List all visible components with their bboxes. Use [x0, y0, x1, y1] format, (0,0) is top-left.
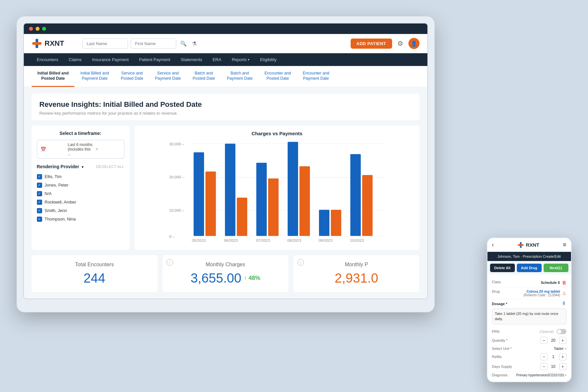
tab-encounter-posted[interactable]: Encounter andPosted Date: [259, 66, 297, 87]
provider-checkbox-ellis[interactable]: [37, 174, 42, 179]
laptop-screen: RXNT 🔍 ⚗ ADD PATIENT ⚙ 👤 Encounters Clai…: [23, 23, 428, 299]
dot-yellow[interactable]: [36, 27, 40, 31]
dosage-text[interactable]: Take 1 tablet (20 mg) by oral route once…: [492, 308, 566, 324]
tab-initial-billed-payment[interactable]: Initial Billed andPayment Date: [74, 66, 115, 87]
days-supply-value: 10: [550, 364, 557, 369]
svg-rect-17: [518, 244, 524, 246]
stat-label: Total Encounters: [40, 262, 150, 268]
phone-overlay: ‹ RXNT ≡ Johnson, Tom - Prescription Cre…: [487, 237, 572, 382]
phone-delete-all-button[interactable]: Delete All: [490, 264, 515, 272]
info-icon[interactable]: i: [167, 259, 173, 266]
nav-item-encounters[interactable]: Encounters: [32, 53, 64, 66]
tab-batch-payment[interactable]: Batch andPayment Date: [221, 66, 259, 87]
nav-item-statements[interactable]: Statements: [175, 53, 207, 66]
refills-minus-button[interactable]: −: [540, 353, 548, 360]
bar-blue: [225, 143, 235, 236]
provider-name: Thompson, Nina: [45, 217, 76, 221]
nav-item-claims[interactable]: Claims: [63, 53, 87, 66]
diagnosis-select[interactable]: Primary hypertension(ICD10:I10) ▾: [516, 373, 566, 377]
nav-item-insurance-payment[interactable]: Insurance Payment: [87, 53, 134, 66]
delete-class-icon[interactable]: 🗑: [562, 280, 566, 285]
dot-green[interactable]: [42, 27, 46, 31]
gear-icon[interactable]: ⚙: [397, 40, 403, 47]
dot-red[interactable]: [29, 27, 33, 31]
nav-item-reports[interactable]: Reports ▾: [227, 53, 255, 66]
provider-checkbox-jones[interactable]: [37, 183, 42, 188]
dosage-section: Dosage * 🎙 Take 1 tablet (20 mg) by oral…: [492, 299, 566, 328]
tab-batch-posted[interactable]: Batch andPosted Date: [187, 66, 221, 87]
phone-menu-button[interactable]: ≡: [563, 241, 566, 248]
dosage-label: Dosage *: [492, 301, 507, 306]
bar-orange: [331, 210, 341, 236]
provider-chevron-icon[interactable]: ▾: [82, 165, 84, 169]
select-unit-label: Select Unit *: [492, 347, 512, 351]
phone-logo-icon: [517, 242, 524, 248]
logo: RXNT: [32, 38, 64, 49]
quantity-minus-button[interactable]: −: [540, 337, 548, 344]
svg-text:05/2023: 05/2023: [192, 238, 205, 242]
quantity-row: Quantity * − 20 +: [492, 335, 566, 345]
logo-text: RXNT: [45, 39, 64, 48]
quantity-plus-button[interactable]: +: [559, 337, 566, 344]
warning-icon[interactable]: ⚠: [562, 291, 566, 296]
bar-chart: 30,000 – 20,000 – 10,000 – 0 –: [140, 140, 414, 245]
page-title: Revenue Insights: Initial Billed and Pos…: [40, 100, 412, 109]
search-first-name[interactable]: [131, 39, 176, 49]
page-header: Revenue Insights: Initial Billed and Pos…: [32, 94, 420, 120]
bar-blue: [256, 163, 267, 236]
nav-item-eligibility[interactable]: Eligibility: [255, 53, 282, 66]
phone-add-drug-button[interactable]: Add Drug: [517, 264, 542, 272]
chart-area: 30,000 – 20,000 – 10,000 – 0 –: [140, 140, 414, 245]
laptop: RXNT 🔍 ⚗ ADD PATIENT ⚙ 👤 Encounters Clai…: [17, 16, 435, 312]
scene: RXNT 🔍 ⚗ ADD PATIENT ⚙ 👤 Encounters Clai…: [17, 16, 572, 376]
info-icon[interactable]: i: [297, 259, 304, 266]
provider-checkbox-na[interactable]: [37, 191, 42, 196]
phone-next-button[interactable]: Next(1): [544, 264, 568, 272]
provider-checkbox-smith[interactable]: [37, 208, 42, 213]
phone-back-button[interactable]: ‹: [492, 241, 494, 248]
svg-text:10/2023: 10/2023: [350, 238, 364, 242]
user-avatar[interactable]: 👤: [408, 38, 420, 49]
days-supply-plus-button[interactable]: +: [559, 363, 566, 370]
unit-select[interactable]: Tablet ▾: [554, 347, 566, 351]
phone-drug-value: Celexa 20 mg tablet: [524, 289, 560, 293]
nav-item-era[interactable]: ERA: [207, 53, 227, 66]
tab-service-posted[interactable]: Service andPosted Date: [115, 66, 149, 87]
bar-orange: [268, 178, 278, 236]
tab-service-payment[interactable]: Service andPayment Date: [149, 66, 187, 87]
search-area: 🔍 ⚗: [82, 39, 345, 49]
days-supply-minus-button[interactable]: −: [540, 363, 548, 370]
content-area: Revenue Insights: Initial Billed and Pos…: [24, 87, 427, 299]
timeframe-clear-icon[interactable]: ✕: [95, 147, 121, 152]
days-supply-controls: − 10 +: [540, 363, 566, 370]
search-last-name[interactable]: [82, 39, 128, 49]
diagnosis-label: Diagnosis: [492, 373, 508, 377]
chevron-down-icon: ▾: [565, 347, 566, 351]
refills-plus-button[interactable]: +: [559, 353, 566, 360]
filter-button[interactable]: ⚗: [191, 39, 198, 48]
prn-toggle[interactable]: [557, 329, 566, 334]
main-nav: Encounters Claims Insurance Payment Pati…: [24, 53, 427, 66]
list-item: Ellis, Tim: [37, 172, 124, 181]
timeframe-select[interactable]: 📅 Last 6 months (includes this ... ✕: [37, 140, 124, 159]
nav-item-patient-payment[interactable]: Patient Payment: [134, 53, 175, 66]
quantity-controls: − 20 +: [540, 337, 566, 344]
chart-title: Charges vs Payments: [140, 131, 414, 136]
phone-patient-label: Johnson, Tom - Prescription Create/Edit: [487, 252, 571, 261]
deselect-all-button[interactable]: DESELECT ALL: [96, 165, 124, 169]
add-patient-button[interactable]: ADD PATIENT: [351, 39, 392, 49]
tab-encounter-payment[interactable]: Encounter andPayment Date: [297, 66, 335, 87]
mic-icon[interactable]: 🎙: [562, 301, 566, 306]
bar-orange: [299, 166, 310, 236]
tab-initial-billed-posted[interactable]: Initial Billed andPosted Date: [32, 66, 75, 87]
provider-checkbox-thompson[interactable]: [37, 217, 42, 222]
bar-blue: [288, 142, 298, 236]
quantity-value: 20: [550, 338, 557, 343]
stat-value-charges: 3,655.00: [191, 271, 242, 286]
svg-text:08/2023: 08/2023: [287, 238, 301, 242]
bar-blue: [319, 210, 329, 236]
search-button[interactable]: 🔍: [179, 39, 188, 48]
days-supply-row: Days Supply − 10 +: [492, 362, 566, 371]
provider-list: Ellis, Tim Jones, Peter N/A: [37, 172, 124, 223]
provider-checkbox-rockwell[interactable]: [37, 200, 42, 205]
